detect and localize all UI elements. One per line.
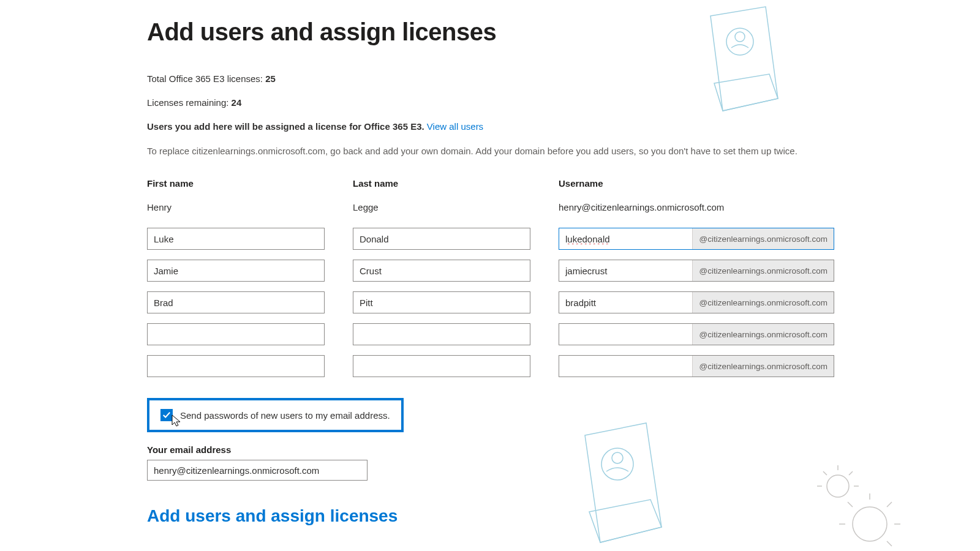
username-row-2[interactable]: @citizenlearnings.onmicrosoft.com bbox=[559, 291, 834, 313]
last-name-header: Last name bbox=[353, 178, 530, 189]
section-title-bottom: Add users and assign licenses bbox=[147, 506, 833, 526]
svg-point-8 bbox=[853, 507, 887, 541]
user-card-illustration-bottom bbox=[570, 420, 674, 551]
view-all-users-link[interactable]: View all users bbox=[427, 121, 483, 132]
last-name-input-1[interactable] bbox=[353, 260, 530, 282]
first-name-column: First name Henry bbox=[147, 178, 325, 387]
username-row-1[interactable]: @citizenlearnings.onmicrosoft.com bbox=[559, 260, 834, 282]
first-name-input-2[interactable] bbox=[147, 291, 325, 313]
send-passwords-label: Send passwords of new users to my email … bbox=[180, 410, 390, 421]
send-passwords-checkbox[interactable]: Send passwords of new users to my email … bbox=[147, 398, 404, 432]
license-total-value: 25 bbox=[265, 73, 276, 84]
username-input-2[interactable] bbox=[559, 292, 692, 313]
username-row-3[interactable]: @citizenlearnings.onmicrosoft.com bbox=[559, 323, 834, 345]
svg-marker-4 bbox=[585, 423, 662, 542]
svg-marker-1 bbox=[714, 74, 778, 111]
svg-point-3 bbox=[735, 32, 745, 42]
svg-point-6 bbox=[601, 448, 633, 480]
username-input-1[interactable] bbox=[559, 260, 692, 281]
existing-first-name: Henry bbox=[147, 202, 325, 214]
username-input-0[interactable] bbox=[559, 228, 692, 249]
last-name-input-4[interactable] bbox=[353, 355, 530, 377]
license-remaining-value: 24 bbox=[232, 97, 242, 108]
email-address-input[interactable] bbox=[147, 460, 368, 481]
first-name-input-4[interactable] bbox=[147, 355, 325, 377]
domain-suffix-0: @citizenlearnings.onmicrosoft.com bbox=[692, 228, 834, 249]
svg-marker-0 bbox=[710, 7, 778, 111]
existing-username: henry@citizenlearnings.onmicrosoft.com bbox=[559, 202, 834, 214]
username-row-4[interactable]: @citizenlearnings.onmicrosoft.com bbox=[559, 355, 834, 377]
domain-suffix-1: @citizenlearnings.onmicrosoft.com bbox=[692, 260, 834, 281]
gear-illustration bbox=[809, 457, 913, 551]
svg-point-9 bbox=[827, 475, 849, 497]
existing-last-name: Legge bbox=[353, 202, 530, 214]
user-card-illustration-top bbox=[698, 4, 790, 135]
username-input-4[interactable] bbox=[559, 356, 692, 377]
domain-suffix-2: @citizenlearnings.onmicrosoft.com bbox=[692, 292, 834, 313]
domain-suffix-4: @citizenlearnings.onmicrosoft.com bbox=[692, 356, 834, 377]
last-name-input-0[interactable] bbox=[353, 228, 530, 250]
first-name-header: First name bbox=[147, 178, 325, 189]
last-name-input-2[interactable] bbox=[353, 291, 530, 313]
email-address-label: Your email address bbox=[147, 444, 833, 455]
domain-hint-text: To replace citizenlearnings.onmicrosoft.… bbox=[147, 146, 833, 156]
license-remaining-label: Licenses remaining: bbox=[147, 97, 232, 108]
svg-point-7 bbox=[612, 452, 623, 463]
first-name-input-0[interactable] bbox=[147, 228, 325, 250]
license-total-label: Total Office 365 E3 licenses: bbox=[147, 73, 265, 84]
last-name-input-3[interactable] bbox=[353, 323, 530, 345]
checkmark-icon bbox=[160, 409, 173, 421]
last-name-column: Last name Legge bbox=[353, 178, 530, 387]
first-name-input-3[interactable] bbox=[147, 323, 325, 345]
domain-suffix-3: @citizenlearnings.onmicrosoft.com bbox=[692, 324, 834, 345]
svg-marker-5 bbox=[589, 500, 662, 542]
username-header: Username bbox=[559, 178, 834, 189]
license-assign-text: Users you add here will be assigned a li… bbox=[147, 121, 427, 132]
username-row-0[interactable]: @citizenlearnings.onmicrosoft.com bbox=[559, 228, 834, 250]
username-input-3[interactable] bbox=[559, 324, 692, 345]
username-column: Username henry@citizenlearnings.onmicros… bbox=[559, 178, 834, 387]
first-name-input-1[interactable] bbox=[147, 260, 325, 282]
